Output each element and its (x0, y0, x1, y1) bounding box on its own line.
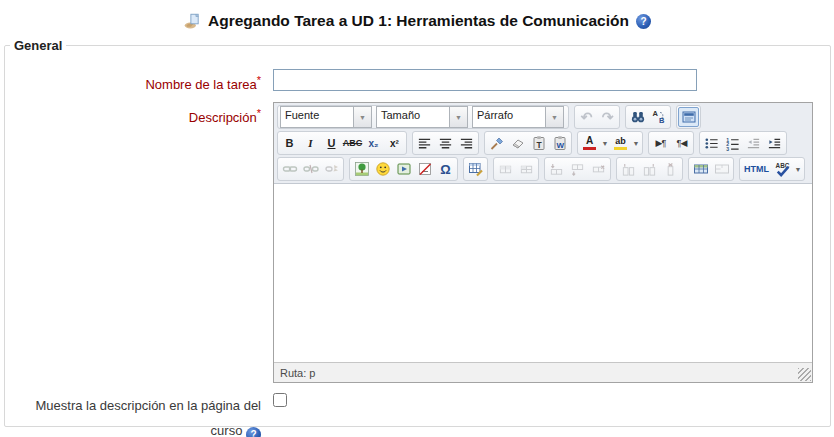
show-description-checkbox[interactable] (273, 393, 287, 407)
delete-row-icon (591, 162, 606, 177)
resize-handle-icon[interactable] (798, 368, 811, 381)
html-button[interactable]: HTML (741, 159, 772, 179)
no-link-icon (324, 161, 340, 177)
fullscreen-button[interactable] (678, 107, 699, 127)
text-color-button[interactable]: A (579, 133, 600, 153)
undo-button[interactable]: ↶ (576, 107, 597, 127)
general-fieldset: General Nombre de la tarea* Descripción*… (4, 38, 831, 427)
clipboard-word-icon: W (552, 135, 568, 151)
align-right-icon (459, 136, 474, 151)
toolbar-group-code: HTML ABC ▼ (739, 157, 805, 181)
search-button[interactable] (627, 107, 648, 127)
svg-text:3: 3 (726, 146, 729, 151)
merge-cells-button[interactable] (711, 159, 732, 179)
toolbar-group-rows (544, 157, 611, 181)
dropdown-arrow-icon: ▼ (449, 107, 467, 127)
fullscreen-icon (681, 109, 697, 125)
row-after-button[interactable] (567, 159, 588, 179)
background-color-arrow[interactable]: ▼ (631, 133, 641, 153)
find-replace-button[interactable]: A B (648, 107, 669, 127)
toolbar-group-lists: 1 2 3 (699, 131, 787, 155)
format-select[interactable]: Párrafo ▼ (472, 106, 564, 128)
table-button[interactable] (465, 159, 486, 179)
split-cells-icon (693, 161, 709, 177)
numbered-list-icon: 1 2 3 (725, 136, 740, 151)
superscript-button[interactable]: x² (384, 133, 405, 153)
charmap-button[interactable]: Ω (435, 159, 456, 179)
general-legend: General (10, 38, 66, 53)
rtl-button[interactable]: ¶◀ (671, 133, 692, 153)
table-row-props-button[interactable] (495, 159, 516, 179)
svg-text:B: B (659, 116, 665, 125)
delete-col-button[interactable] (660, 159, 681, 179)
bullet-list-button[interactable] (701, 133, 722, 153)
numbered-list-button[interactable]: 1 2 3 (722, 133, 743, 153)
insert-row-after-icon (570, 162, 585, 177)
align-left-button[interactable] (414, 133, 435, 153)
bullet-list-icon (704, 136, 719, 151)
remove-format-button[interactable] (507, 133, 528, 153)
ltr-button[interactable]: ▶¶ (650, 133, 671, 153)
editor-content-area[interactable] (274, 183, 812, 362)
paste-text-button[interactable]: T (528, 133, 549, 153)
toolbar-group-align (412, 131, 479, 155)
tree-icon (354, 161, 370, 177)
toolbar-group-table (463, 157, 488, 181)
row-before-button[interactable] (546, 159, 567, 179)
paste-word-button[interactable]: W (549, 133, 570, 153)
show-description-label: Muestra la descripción en la página del … (5, 391, 261, 437)
text-color-arrow[interactable]: ▼ (600, 133, 610, 153)
film-icon (396, 161, 412, 177)
prevent-autolink-button[interactable] (321, 159, 342, 179)
indent-button[interactable] (764, 133, 785, 153)
link-button[interactable] (279, 159, 300, 179)
cleanup-button[interactable] (486, 133, 507, 153)
media-button[interactable] (393, 159, 414, 179)
find-replace-icon: A B (651, 109, 667, 125)
align-center-button[interactable] (435, 133, 456, 153)
table-cell-props-button[interactable] (516, 159, 537, 179)
background-color-button[interactable]: ab (610, 133, 631, 153)
italic-button[interactable]: I (300, 133, 321, 153)
outdent-icon (746, 136, 761, 151)
spellcheck-arrow[interactable]: ▼ (793, 159, 803, 179)
clipboard-text-icon: T (531, 135, 547, 151)
align-right-button[interactable] (456, 133, 477, 153)
bold-button[interactable]: B (279, 133, 300, 153)
toolbar-group-selects: Fuente ▼ Tamaño ▼ Párrafo ▼ (277, 105, 569, 129)
task-name-input[interactable] (273, 69, 697, 91)
insert-col-after-icon (642, 162, 657, 177)
toolbar-group-table-props (493, 157, 539, 181)
nonbreaking-button[interactable] (414, 159, 435, 179)
subscript-button[interactable]: x₂ (363, 133, 384, 153)
page-title: Agregando Tarea a UD 1: Herramientas de … (208, 12, 629, 30)
col-after-button[interactable] (639, 159, 660, 179)
spellcheck-button[interactable]: ABC (772, 159, 793, 179)
unlink-button[interactable] (300, 159, 321, 179)
strikethrough-button[interactable]: ABC (342, 133, 363, 153)
task-name-row: Nombre de la tarea* (5, 69, 830, 96)
show-description-row: Muestra la descripción en la página del … (5, 391, 830, 437)
split-cells-button[interactable] (690, 159, 711, 179)
underline-button[interactable]: U (321, 133, 342, 153)
svg-text:T: T (536, 140, 542, 150)
toolbar-group-colors: A ▼ ab ▼ (577, 131, 643, 155)
emoticon-button[interactable] (372, 159, 393, 179)
image-button[interactable] (351, 159, 372, 179)
redo-button[interactable]: ↷ (597, 107, 618, 127)
toolbar-group-links (277, 157, 344, 181)
description-row: Descripción* Fuente ▼ Tamaño (5, 102, 830, 383)
editor-statusbar: Ruta: p (274, 362, 812, 382)
binoculars-icon (630, 109, 646, 125)
toolbar-group-media: Ω (349, 157, 458, 181)
broken-chain-icon (303, 161, 319, 177)
font-size-select[interactable]: Tamaño ▼ (376, 106, 468, 128)
col-before-button[interactable] (618, 159, 639, 179)
insert-col-before-icon (621, 162, 636, 177)
help-icon[interactable]: ? (636, 14, 651, 29)
font-select[interactable]: Fuente ▼ (280, 106, 372, 128)
help-icon[interactable]: ? (246, 427, 261, 437)
outdent-button[interactable] (743, 133, 764, 153)
delete-row-button[interactable] (588, 159, 609, 179)
insert-row-before-icon (549, 162, 564, 177)
